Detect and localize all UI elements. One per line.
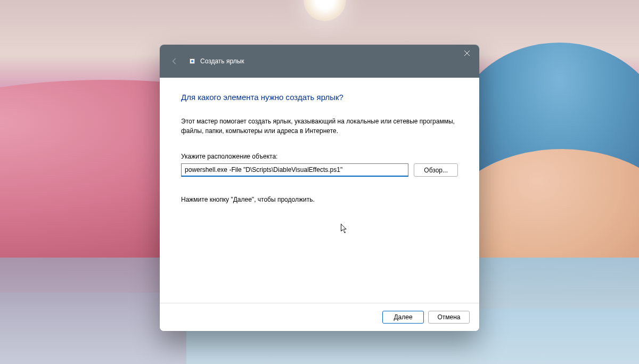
- back-arrow-icon: [171, 57, 178, 65]
- cancel-button[interactable]: Отмена: [428, 311, 470, 324]
- close-icon: [464, 51, 470, 56]
- close-button[interactable]: [455, 45, 479, 62]
- continue-hint: Нажмите кнопку "Далее", чтобы продолжить…: [181, 196, 458, 203]
- desktop-water-reflection: [0, 258, 186, 364]
- create-shortcut-dialog: Создать ярлык Для какого элемента нужно …: [160, 45, 479, 331]
- path-field-label: Укажите расположение объекта:: [181, 153, 458, 160]
- desktop-sun: [304, 0, 346, 21]
- path-input-row: Обзор...: [181, 163, 458, 177]
- dialog-footer: Далее Отмена: [160, 303, 479, 331]
- dialog-title: Создать ярлык: [200, 57, 244, 65]
- browse-button[interactable]: Обзор...: [414, 163, 458, 177]
- path-input[interactable]: [181, 163, 408, 177]
- back-button[interactable]: [166, 53, 183, 70]
- next-button[interactable]: Далее: [382, 311, 424, 324]
- dialog-titlebar[interactable]: Создать ярлык: [160, 45, 479, 78]
- dialog-description: Этот мастер помогает создать ярлык, указ…: [181, 117, 458, 136]
- dialog-heading: Для какого элемента нужно создать ярлык?: [181, 93, 458, 102]
- dialog-body: Для какого элемента нужно создать ярлык?…: [160, 78, 479, 303]
- wizard-icon: [190, 59, 195, 64]
